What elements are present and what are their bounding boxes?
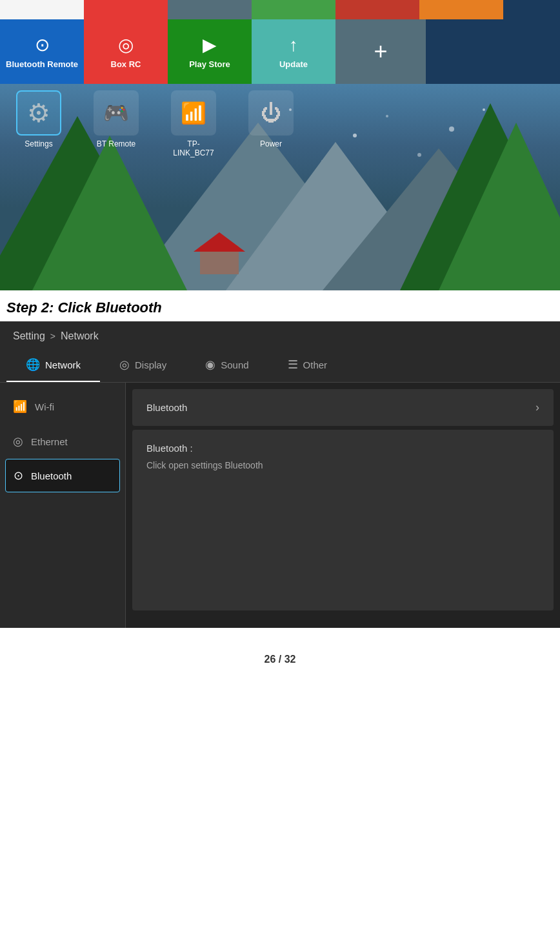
settings-right-panel: Bluetooth › Bluetooth : Click open setti… — [126, 383, 560, 628]
step-2-label: Step 2: Click Bluetooth — [0, 290, 560, 321]
breadcrumb-network: Network — [61, 330, 99, 342]
sidebar-item-ethernet[interactable]: ◎ Ethernet — [0, 424, 125, 459]
breadcrumb-arrow: > — [50, 331, 55, 341]
gear-icon: ⚙ — [27, 98, 50, 128]
bluetooth-info-title: Bluetooth : — [146, 443, 539, 454]
bt-remote-icon-label: BT Remote — [97, 139, 135, 148]
bluetooth-row-label: Bluetooth — [146, 402, 187, 413]
wifi-sidebar-label: Wi-fi — [35, 401, 54, 412]
sidebar-item-bluetooth[interactable]: ⊙ Bluetooth — [5, 459, 120, 492]
home-screen-scene: ⚙ Settings 🎮 BT Remote 📶 TP-LINK_BC77 — [0, 84, 560, 290]
network-tab-label: Network — [45, 359, 81, 370]
app-tile-play-store[interactable]: ▶ Play Store — [168, 19, 252, 84]
desktop-icon-bt-remote[interactable]: 🎮 BT Remote — [90, 90, 142, 148]
display-tab-icon: ◎ — [119, 357, 130, 372]
bluetooth-info-box: Bluetooth : Click open settings Bluetoot… — [132, 430, 554, 610]
sidebar-item-wifi[interactable]: 📶 Wi-fi — [0, 389, 125, 424]
ethernet-sidebar-label: Ethernet — [31, 436, 68, 447]
bluetooth-remote-icon: ⊙ — [35, 34, 50, 55]
add-icon: + — [374, 38, 387, 65]
box-rc-icon: ◎ — [118, 34, 134, 55]
app-row-1 — [0, 0, 560, 19]
bluetooth-settings-row[interactable]: Bluetooth › — [132, 389, 554, 426]
settings-breadcrumb: Setting > Network — [0, 321, 560, 348]
update-icon: ↑ — [289, 35, 298, 55]
display-tab-label: Display — [135, 359, 166, 370]
tab-network[interactable]: 🌐 Network — [6, 348, 100, 382]
bluetooth-info-description: Click open settings Bluetooth — [146, 460, 539, 470]
network-tab-icon: 🌐 — [26, 357, 40, 372]
app-tile-update[interactable]: ↑ Update — [252, 19, 335, 84]
power-icon: ⏻ — [261, 101, 281, 125]
tab-display[interactable]: ◎ Display — [100, 348, 186, 382]
app-tile-row1-4[interactable] — [335, 0, 419, 19]
app-row-2: ⊙ Bluetooth Remote ◎ Box RC ▶ Play Store… — [0, 19, 560, 84]
wifi-icon: 📶 — [181, 101, 206, 125]
update-label: Update — [279, 59, 308, 69]
app-tile-row1-3[interactable] — [252, 0, 335, 19]
power-icon-box: ⏻ — [248, 90, 294, 136]
bluetooth-sidebar-label: Bluetooth — [31, 470, 72, 481]
settings-content-area: 📶 Wi-fi ◎ Ethernet ⊙ Bluetooth Bluetooth… — [0, 383, 560, 628]
play-store-label: Play Store — [189, 59, 230, 69]
app-tile-bluetooth-remote[interactable]: ⊙ Bluetooth Remote — [0, 19, 84, 84]
sound-tab-label: Sound — [221, 359, 248, 370]
tp-link-icon-label: TP-LINK_BC77 — [168, 139, 219, 157]
tp-link-icon-box: 📶 — [171, 90, 216, 136]
settings-panel: Setting > Network 🌐 Network ◎ Display ◉ … — [0, 321, 560, 628]
box-rc-label: Box RC — [111, 59, 141, 69]
bt-remote-icon-box: 🎮 — [94, 90, 139, 136]
ethernet-sidebar-icon: ◎ — [13, 434, 23, 448]
other-tab-icon: ☰ — [288, 357, 298, 372]
page-number: 26 / 32 — [0, 641, 560, 678]
desktop-icon-settings[interactable]: ⚙ Settings — [13, 90, 65, 148]
bt-remote-icon: 🎮 — [103, 101, 129, 125]
app-tile-box-rc[interactable]: ◎ Box RC — [84, 19, 168, 84]
settings-sidebar: 📶 Wi-fi ◎ Ethernet ⊙ Bluetooth — [0, 383, 126, 628]
bluetooth-sidebar-icon: ⊙ — [14, 468, 23, 483]
app-tile-row1-2[interactable] — [168, 0, 252, 19]
launcher-section: ⊙ Bluetooth Remote ◎ Box RC ▶ Play Store… — [0, 0, 560, 290]
desktop-icon-tp-link[interactable]: 📶 TP-LINK_BC77 — [168, 90, 219, 157]
app-tile-row1-5[interactable] — [419, 0, 503, 19]
tab-sound[interactable]: ◉ Sound — [186, 348, 268, 382]
power-icon-label: Power — [260, 139, 282, 148]
desktop-icon-power[interactable]: ⏻ Power — [245, 90, 297, 148]
bluetooth-remote-label: Bluetooth Remote — [6, 59, 78, 69]
sound-tab-icon: ◉ — [205, 357, 215, 372]
other-tab-label: Other — [303, 359, 328, 370]
app-tile-row1-0[interactable] — [0, 0, 84, 19]
desktop-icons-container: ⚙ Settings 🎮 BT Remote 📶 TP-LINK_BC77 — [13, 90, 297, 157]
settings-tabs-bar: 🌐 Network ◎ Display ◉ Sound ☰ Other — [0, 348, 560, 383]
app-tile-add[interactable]: + — [335, 19, 426, 84]
app-tile-row1-1[interactable] — [84, 0, 168, 19]
tab-other[interactable]: ☰ Other — [268, 348, 347, 382]
wifi-sidebar-icon: 📶 — [13, 399, 27, 414]
play-store-icon: ▶ — [203, 34, 217, 55]
breadcrumb-setting: Setting — [13, 330, 45, 342]
settings-icon-label: Settings — [25, 139, 52, 148]
settings-icon-box: ⚙ — [16, 90, 61, 136]
chevron-right-icon: › — [535, 401, 539, 414]
